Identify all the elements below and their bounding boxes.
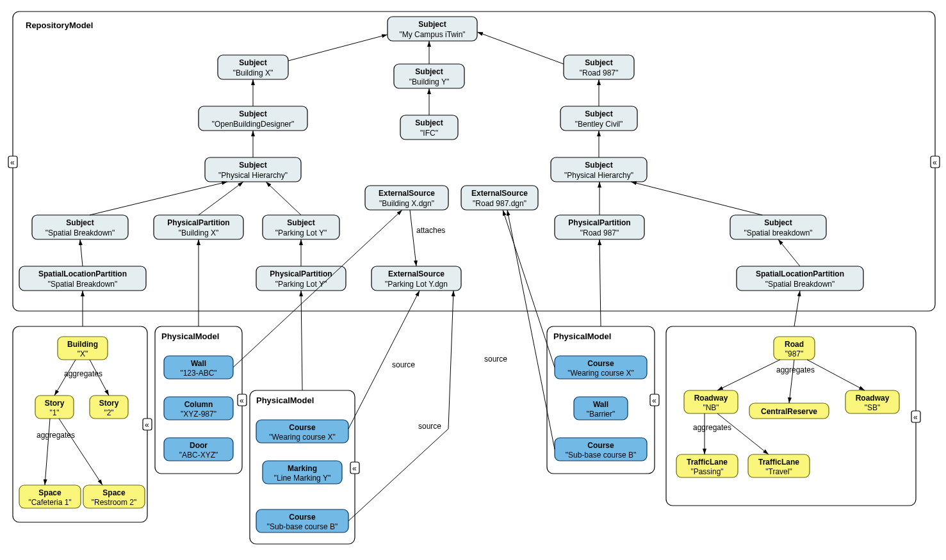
svg-text:Course: Course (289, 513, 316, 522)
repository-model-diagram: RepositoryModel « « Subject "My Campus i… (0, 0, 946, 560)
fold-marker-right-repo: « (931, 156, 940, 168)
svg-text:Door: Door (190, 441, 208, 450)
external-source-parking-lot-y: ExternalSource "Parking Lot Y.dgn (371, 266, 461, 291)
aggregates-label-1: aggregates (64, 369, 102, 378)
source-label-1: source (392, 360, 415, 369)
subject-spatial-breakdown-right: Subject "Spatial breakdown" (730, 215, 826, 239)
svg-text:Subject: Subject (239, 109, 266, 118)
svg-text:"Wearing course X": "Wearing course X" (567, 369, 634, 378)
source-label-3: source (484, 355, 507, 364)
svg-text:"Sub-base course B": "Sub-base course B" (566, 451, 637, 460)
svg-text:Building: Building (67, 340, 98, 349)
space-restroom-node: Space "Restroom 2" (83, 485, 145, 508)
course-wearing-x-node: Course "Wearing course X" (256, 420, 348, 443)
svg-text:Roadway: Roadway (856, 394, 890, 403)
central-reserve-node: CentralReserve (749, 403, 829, 419)
traffic-lane-travel-node: TrafficLane "Travel" (748, 454, 810, 477)
svg-text:"ABC-XYZ": "ABC-XYZ" (179, 451, 218, 460)
svg-text:Subject: Subject (287, 218, 314, 227)
subject-physical-hierarchy-left: Subject "Physical Hierarchy" (205, 157, 301, 182)
svg-text:"Spatial Breakdown": "Spatial Breakdown" (765, 280, 835, 289)
svg-text:"Passing": "Passing" (690, 467, 723, 476)
svg-text:Subject: Subject (418, 20, 446, 29)
svg-text:Marking: Marking (288, 464, 317, 473)
pm-r987-title: PhysicalModel (553, 332, 611, 341)
external-source-road-987: ExternalSource "Road 987.dgn" (461, 186, 538, 210)
svg-text:«: « (652, 396, 656, 405)
svg-text:"Physical Hierarchy": "Physical Hierarchy" (218, 171, 288, 180)
svg-text:"Parking Lot Y.dgn: "Parking Lot Y.dgn (385, 280, 448, 289)
svg-text:"Road 987.dgn": "Road 987.dgn" (473, 199, 526, 208)
wall-123-node: Wall "123-ABC" (164, 356, 233, 379)
svg-text:«: « (145, 420, 149, 429)
space-cafeteria-node: Space "Cafeteria 1" (19, 485, 81, 508)
svg-text:"2": "2" (104, 408, 113, 417)
subject-ifc: Subject "IFC" (400, 115, 458, 140)
physical-partition-parking-lot-y: PhysicalPartition "Parking Lot Y" (256, 266, 346, 291)
svg-text:SpatialLocationPartition: SpatialLocationPartition (756, 269, 844, 278)
svg-text:Wall: Wall (191, 359, 206, 368)
svg-text:"Parking Lot Y": "Parking Lot Y" (275, 228, 327, 237)
door-abc-node: Door "ABC-XYZ" (164, 438, 233, 461)
svg-text:"NB": "NB" (703, 403, 719, 412)
subject-root: Subject "My Campus iTwin" (387, 17, 477, 41)
aggregates-label-2: aggregates (37, 431, 75, 440)
svg-text:"Building Y": "Building Y" (409, 77, 449, 86)
svg-text:PhysicalPartition: PhysicalPartition (167, 218, 229, 227)
fold-pm-ply: « (350, 462, 359, 474)
fold-pm-r987: « (650, 394, 659, 406)
svg-text:Story: Story (99, 399, 119, 408)
subject-physical-hierarchy-right: Subject "Physical Hierarchy" (551, 157, 647, 182)
svg-text:"Road 987": "Road 987" (580, 68, 619, 77)
svg-text:"Travel": "Travel" (765, 467, 792, 476)
svg-text:Subject: Subject (764, 218, 792, 227)
svg-text:"Physical Hierarchy": "Physical Hierarchy" (564, 171, 633, 180)
svg-text:"Building X": "Building X" (233, 68, 273, 77)
svg-text:TrafficLane: TrafficLane (687, 458, 728, 467)
svg-text:"Sub-base course B": "Sub-base course B" (267, 522, 338, 531)
svg-text:Subject: Subject (66, 218, 94, 227)
svg-text:Story: Story (45, 399, 65, 408)
svg-text:Column: Column (184, 400, 213, 409)
story-2-node: Story "2" (90, 396, 128, 419)
subject-building-y: Subject "Building Y" (394, 64, 464, 88)
physical-partition-building-x: PhysicalPartition "Building X" (154, 215, 243, 239)
aggregates-label-4: aggregates (693, 423, 731, 432)
roadway-nb-node: Roadway "NB" (684, 390, 738, 413)
svg-text:"Building X": "Building X" (179, 228, 219, 237)
svg-text:Roadway: Roadway (694, 394, 728, 403)
spatial-location-partition-right: SpatialLocationPartition "Spatial Breakd… (737, 266, 863, 291)
svg-text:"Restroom 2": "Restroom 2" (92, 498, 137, 507)
svg-text:"1": "1" (49, 408, 59, 417)
svg-text:PhysicalPartition: PhysicalPartition (270, 269, 332, 278)
svg-text:"Spatial breakdown": "Spatial breakdown" (744, 228, 812, 237)
svg-text:«: « (933, 158, 937, 167)
svg-text:Subject: Subject (585, 58, 612, 67)
subject-building-x: Subject "Building X" (218, 55, 288, 79)
svg-text:Course: Course (289, 423, 316, 432)
svg-text:"123-ABC": "123-ABC" (180, 369, 216, 378)
svg-text:"OpenBuildingDesigner": "OpenBuildingDesigner" (212, 120, 295, 129)
svg-text:SpatialLocationPartition: SpatialLocationPartition (38, 269, 127, 278)
svg-text:"Bentley Civil": "Bentley Civil" (575, 120, 623, 129)
svg-text:ExternalSource: ExternalSource (471, 189, 528, 198)
svg-text:"Wearing course X": "Wearing course X" (269, 433, 336, 442)
wall-barrier-node: Wall "Barrier" (574, 397, 628, 420)
svg-text:"X": "X" (77, 349, 88, 358)
svg-text:Road: Road (785, 340, 804, 349)
physical-partition-road-987: PhysicalPartition "Road 987" (555, 215, 644, 239)
fold-pm-bx: « (238, 394, 247, 406)
subject-spatial-breakdown-left: Subject "Spatial Breakdown" (32, 215, 128, 239)
svg-text:Subject: Subject (415, 118, 443, 127)
svg-text:Subject: Subject (239, 161, 266, 170)
svg-text:"XYZ-987": "XYZ-987" (181, 410, 216, 419)
svg-text:ExternalSource: ExternalSource (379, 189, 435, 198)
course-subbase-b2-node: Course "Sub-base course B" (555, 438, 647, 461)
svg-text:Space: Space (38, 488, 61, 497)
svg-text:"987": "987" (785, 349, 804, 358)
svg-text:"Road 987": "Road 987" (580, 228, 619, 237)
road-node: Road "987" (774, 337, 815, 360)
traffic-lane-passing-node: TrafficLane "Passing" (676, 454, 738, 477)
svg-text:"Spatial Breakdown": "Spatial Breakdown" (45, 228, 115, 237)
pm-bx-title: PhysicalModel (161, 332, 219, 341)
